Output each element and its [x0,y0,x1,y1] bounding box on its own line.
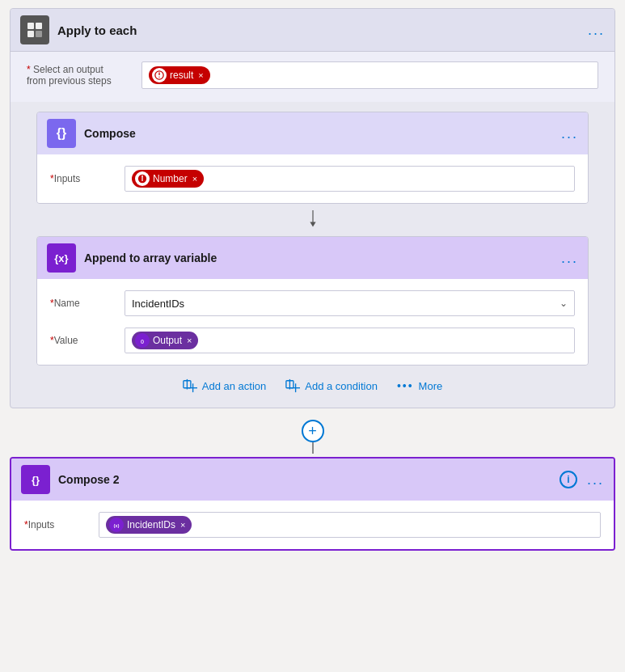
incidentids-token[interactable]: {x} IncidentIDs × [106,516,192,534]
svg-marker-11 [310,222,315,226]
number-token[interactable]: Number × [132,170,204,188]
output-token-close[interactable]: × [187,336,192,345]
incidentids-token-close[interactable]: × [180,520,185,530]
connector-line-bottom [312,442,314,454]
compose2-more-button[interactable]: ... [587,471,604,488]
more-label: More [419,380,443,392]
apply-each-icon [20,15,49,44]
compose2-title: Compose 2 [58,473,560,486]
action-buttons-row: Add an action Add a condition ••• More [11,366,614,399]
svg-point-9 [141,175,143,177]
append-value-field[interactable]: () Output × [125,328,575,353]
compose2-inputs-label: *Inputs [24,519,89,530]
compose2-body: *Inputs {x} IncidentIDs × [11,501,614,549]
compose2-icon: {} [21,465,50,494]
add-action-button[interactable]: Add an action [183,378,267,393]
append-value-row: *Value () Output × [50,324,575,357]
append-name-label: *Name [50,298,115,309]
add-condition-label: Add a condition [305,380,378,392]
add-step-button[interactable]: + [302,420,324,442]
plus-circle-connector: + [0,416,625,457]
add-condition-button[interactable]: Add a condition [285,378,378,393]
append-array-block: {x} Append to array variable ... *Name I… [36,236,589,366]
compose2-header: {} Compose 2 i ... [11,459,614,501]
compose2-inputs-field[interactable]: {x} IncidentIDs × [99,512,601,538]
append-name-dropdown-arrow[interactable]: ⌄ [560,298,568,309]
svg-text:(): () [141,339,144,344]
result-token-icon [152,68,167,82]
append-array-more-button[interactable]: ... [561,250,578,267]
more-dots: ••• [397,379,414,392]
svg-point-6 [158,76,159,77]
more-button[interactable]: ••• More [397,379,442,392]
svg-rect-1 [36,23,42,29]
append-name-row: *Name IncidentIDs ⌄ [50,287,575,319]
incidentids-token-icon: {x} [109,518,124,532]
compose-icon: {} [47,119,76,148]
number-token-label: Number [153,173,188,184]
append-name-field[interactable]: IncidentIDs ⌄ [125,290,575,316]
number-token-close[interactable]: × [192,174,197,184]
compose-more-button[interactable]: ... [561,125,578,142]
compose-inputs-row: *Inputs Number × [50,163,575,195]
output-token-icon: () [135,333,150,348]
compose-title: Compose [84,127,561,140]
svg-rect-0 [27,23,34,29]
number-token-icon [135,171,150,186]
select-output-row: * Select an output from previous steps r… [27,61,598,89]
output-token[interactable]: () Output × [132,332,198,349]
result-token-label: result [170,70,193,81]
output-token-label: Output [153,335,182,346]
append-value-label: *Value [50,335,115,346]
compose2-inputs-row: *Inputs {x} IncidentIDs × [24,509,601,541]
incidentids-token-label: IncidentIDs [127,519,175,530]
add-action-label: Add an action [202,380,267,392]
append-name-value: IncidentIDs [132,298,184,310]
svg-text:{x}: {x} [114,523,120,528]
compose-inputs-label: *Inputs [50,173,115,184]
compose-header: {} Compose ... [37,112,588,154]
append-array-body: *Name IncidentIDs ⌄ *Value [37,279,588,365]
compose2-block: {} Compose 2 i ... *Inputs {x} In [10,457,615,551]
append-array-header: {x} Append to array variable ... [37,237,588,279]
compose-block: {} Compose ... *Inputs [36,112,589,204]
svg-rect-2 [27,31,34,37]
select-output-section: * Select an output from previous steps r… [11,52,614,102]
compose-body: *Inputs Number × [37,154,588,203]
compose2-info-button[interactable]: i [560,471,577,488]
append-array-title: Append to array variable [84,251,561,264]
svg-rect-3 [36,31,42,37]
arrow-connector-1 [11,204,614,236]
result-token-close[interactable]: × [198,70,203,80]
apply-each-header: Apply to each ... [11,9,614,52]
append-array-icon: {x} [47,243,76,273]
select-output-input[interactable]: result × [141,61,598,89]
result-token[interactable]: result × [149,66,210,84]
compose-inputs-field[interactable]: Number × [125,166,575,192]
apply-each-title: Apply to each [57,23,588,37]
apply-each-more-button[interactable]: ... [588,22,605,39]
select-output-label: * Select an output from previous steps [27,64,132,87]
